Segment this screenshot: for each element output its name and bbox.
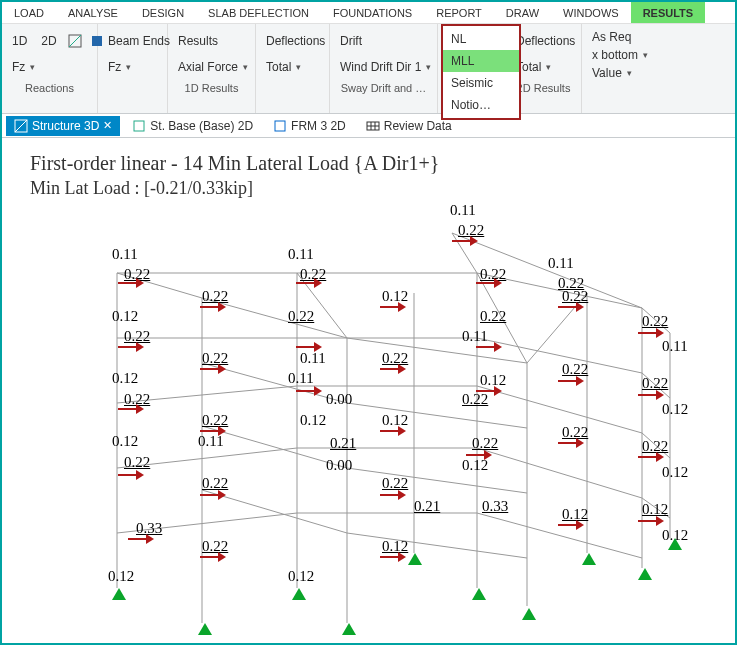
- deflections-1d-button[interactable]: Deflections: [262, 32, 329, 50]
- support-icon: [408, 553, 422, 565]
- load-arrow-icon: [558, 438, 584, 448]
- tab-icon: [366, 119, 380, 133]
- node-value-label: 0.21: [414, 498, 440, 515]
- group-label-reactions: Reactions: [8, 80, 91, 96]
- load-arrow-icon: [296, 386, 322, 396]
- svg-rect-6: [275, 121, 285, 131]
- support-icon: [638, 568, 652, 580]
- load-arrow-icon: [558, 302, 584, 312]
- load-arrow-icon: [558, 520, 584, 530]
- reaction-fz-dropdown[interactable]: Fz▾: [8, 58, 39, 76]
- menu-draw[interactable]: DRAW: [494, 2, 551, 23]
- svg-line-4: [15, 120, 27, 132]
- results-1d-button[interactable]: Results: [174, 32, 222, 50]
- node-value-label: 0.12: [112, 370, 138, 387]
- node-value-label: 0.33: [482, 498, 508, 515]
- menu-design[interactable]: DESIGN: [130, 2, 196, 23]
- node-value-label: 0.11: [300, 350, 326, 367]
- menu-report[interactable]: REPORT: [424, 2, 494, 23]
- node-value-label: 0.11: [288, 246, 314, 263]
- reactions-icon-1[interactable]: [67, 33, 83, 49]
- tab-structure-3d[interactable]: Structure 3D✕: [6, 116, 120, 136]
- wind-drift-dropdown[interactable]: Wind Drift Dir 1▾: [336, 58, 435, 76]
- load-arrow-icon: [118, 278, 144, 288]
- load-arrow-icon: [638, 390, 664, 400]
- load-arrow-icon: [200, 364, 226, 374]
- ribbon-group-beamends: Beam Ends Fz▾: [98, 24, 168, 113]
- menu-analyse[interactable]: ANALYSE: [56, 2, 130, 23]
- node-value-label: 0.11: [450, 202, 476, 219]
- support-icon: [112, 588, 126, 600]
- node-value-label: 0.11: [288, 370, 314, 387]
- load-arrow-icon: [118, 342, 144, 352]
- load-arrow-icon: [638, 452, 664, 462]
- as-req-button[interactable]: As Req: [588, 28, 635, 46]
- beam-fz-dropdown[interactable]: Fz▾: [104, 58, 135, 76]
- load-arrow-icon: [296, 278, 322, 288]
- tab-label: Structure 3D: [32, 119, 99, 133]
- load-arrow-icon: [452, 236, 478, 246]
- load-arrow-icon: [296, 342, 322, 352]
- load-arrow-icon: [558, 376, 584, 386]
- load-arrow-icon: [118, 404, 144, 414]
- menu-load[interactable]: LOAD: [2, 2, 56, 23]
- node-value-label: 0.11: [112, 246, 138, 263]
- beam-ends-button[interactable]: Beam Ends: [104, 32, 174, 50]
- deflections-2d-button[interactable]: Deflections: [512, 32, 579, 50]
- group-label-2d: 2D Results: [512, 80, 575, 96]
- support-icon: [582, 553, 596, 565]
- deflections-total-dropdown[interactable]: Total▾: [262, 58, 305, 76]
- tab-icon: [273, 119, 287, 133]
- tab-icon: [132, 119, 146, 133]
- load-arrow-icon: [118, 470, 144, 480]
- node-value-label: 0.11: [662, 338, 688, 355]
- menu-windows[interactable]: WINDOWS: [551, 2, 631, 23]
- load-arrow-icon: [380, 364, 406, 374]
- tab-frm-3-2d[interactable]: FRM 3 2D: [265, 116, 354, 136]
- dropdown-item-mll[interactable]: MLL: [443, 50, 519, 72]
- svg-line-1: [69, 35, 81, 47]
- menu-slab-deflection[interactable]: SLAB DEFLECTION: [196, 2, 321, 23]
- dropdown-item-seismic[interactable]: Seismic: [443, 72, 519, 94]
- tab-st-base-base-2d[interactable]: St. Base (Base) 2D: [124, 116, 261, 136]
- tab-label: St. Base (Base) 2D: [150, 119, 253, 133]
- load-arrow-icon: [466, 450, 492, 460]
- ribbon-group-sway: Drift Wind Drift Dir 1▾ Sway Drift and …: [330, 24, 438, 113]
- value-dropdown[interactable]: Value▾: [588, 64, 636, 82]
- load-arrow-icon: [638, 516, 664, 526]
- ribbon-group-1dresults: Results Axial Force▾ 1D Results: [168, 24, 256, 113]
- xbottom-dropdown[interactable]: x bottom▾: [588, 46, 652, 64]
- svg-rect-5: [134, 121, 144, 131]
- load-arrow-icon: [200, 490, 226, 500]
- tab-label: FRM 3 2D: [291, 119, 346, 133]
- load-arrow-icon: [476, 278, 502, 288]
- ribbon-group-asreq: As Req x bottom▾ Value▾: [582, 24, 735, 113]
- load-arrow-icon: [476, 386, 502, 396]
- axial-force-dropdown[interactable]: Axial Force▾: [174, 58, 252, 76]
- drift-type-dropdown: NLMLLSeismicNotio…: [441, 24, 521, 120]
- node-value-label: 0.00: [326, 457, 352, 474]
- node-value-label: 0.12: [112, 433, 138, 450]
- menu-results[interactable]: RESULTS: [631, 2, 706, 23]
- load-arrow-icon: [638, 328, 664, 338]
- support-icon: [292, 588, 306, 600]
- dropdown-item-notio[interactable]: Notio…: [443, 94, 519, 116]
- node-value-label: 0.00: [326, 391, 352, 408]
- node-value-label: 0.12: [300, 412, 326, 429]
- close-icon[interactable]: ✕: [103, 119, 112, 132]
- tab-icon: [14, 119, 28, 133]
- ribbon-group-deflections1: Deflections Total▾: [256, 24, 330, 113]
- ribbon: 1D 2D Fz▾ Reactions Beam Ends Fz▾ Result…: [2, 24, 735, 114]
- drift-button[interactable]: Drift: [336, 32, 366, 50]
- support-icon: [522, 608, 536, 620]
- load-arrow-icon: [380, 552, 406, 562]
- node-value-label: 0.22: [480, 308, 506, 325]
- structure-view-canvas[interactable]: First-order linear - 14 Min Lateral Load…: [2, 138, 735, 643]
- node-value-label: 0.22: [288, 308, 314, 325]
- node-value-label: 0.22: [124, 454, 150, 471]
- menu-foundations[interactable]: FOUNDATIONS: [321, 2, 424, 23]
- view-1d-button[interactable]: 1D: [8, 32, 31, 50]
- dropdown-item-nl[interactable]: NL: [443, 28, 519, 50]
- node-value-label: 0.12: [108, 568, 134, 585]
- view-2d-button[interactable]: 2D: [37, 32, 60, 50]
